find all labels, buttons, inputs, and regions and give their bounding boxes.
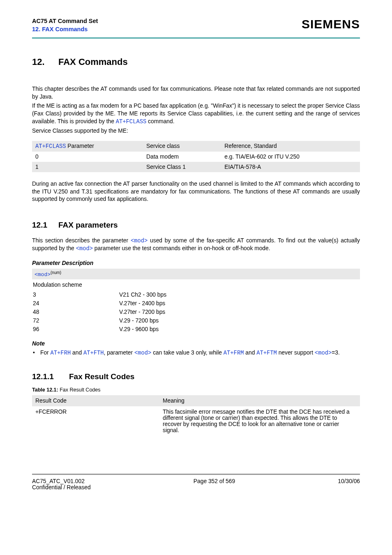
col-header-meaning: Meaning	[159, 395, 360, 406]
table-row: 3V21 Ch2 - 300 bps	[33, 290, 166, 299]
note-item: For AT+FRH and AT+FTH, parameter <mod> c…	[32, 349, 360, 357]
mod-link[interactable]: <mod>	[131, 238, 148, 244]
chapter-intro-2-post: command.	[146, 118, 174, 124]
subsection-heading: 12.1.1Fax Result Codes	[32, 372, 360, 381]
page-footer: AC75_ATC_V01.002 Confidential / Released…	[32, 478, 360, 491]
page-header: AC75 AT Command Set 12. FAX Commands SIE…	[32, 17, 360, 33]
atfclass-link[interactable]: AT+FCLASS	[116, 119, 147, 125]
table-row: 48V.27ter - 7200 bps	[33, 308, 166, 316]
atfrh-link[interactable]: AT+FRH	[51, 350, 71, 356]
doc-subtitle-link[interactable]: 12. FAX Commands	[32, 26, 88, 32]
modulation-scheme-title: Modulation scheme	[33, 282, 360, 288]
section-title: FAX parameters	[58, 221, 118, 229]
doc-subtitle: 12. FAX Commands	[32, 25, 98, 34]
footer-left: AC75_ATC_V01.002 Confidential / Released	[32, 478, 91, 491]
siemens-logo: SIEMENS	[302, 17, 360, 31]
section-number: 12.1	[32, 221, 58, 230]
table-row: +FCERROR This facsimile error message no…	[32, 406, 360, 436]
table-header-row: AT+FCLASS Parameter Service class Refere…	[32, 141, 360, 152]
subsection-number: 12.1.1	[32, 372, 69, 381]
chapter-outro: During an active fax connection the AT p…	[32, 180, 360, 203]
footer-right: 10/30/06	[338, 478, 360, 491]
chapter-heading: 12.FAX Commands	[32, 57, 360, 67]
chapter-number: 12.	[32, 57, 58, 67]
chapter-intro-1: This chapter describes the AT commands u…	[32, 85, 360, 101]
table-caption-label: Table 12.1:	[32, 387, 58, 393]
atfth-link[interactable]: AT+FTH	[83, 350, 104, 356]
col-header-param: AT+FCLASS Parameter	[32, 141, 143, 152]
atftm-link[interactable]: AT+FTM	[256, 350, 277, 356]
mod-link-4[interactable]: <mod>	[315, 350, 332, 356]
footer-doc-id: AC75_ATC_V01.002	[32, 478, 91, 484]
col-header-class: Service class	[143, 141, 221, 152]
note-head: Note	[32, 340, 360, 347]
table-row: 24V.27ter - 2400 bps	[33, 299, 166, 308]
atfclass-header-link[interactable]: AT+FCLASS	[35, 143, 66, 150]
table-header-row: Result Code Meaning	[32, 395, 360, 406]
note-list: For AT+FRH and AT+FTH, parameter <mod> c…	[32, 349, 360, 357]
parameter-description-head: Parameter Description	[32, 260, 360, 266]
footer-center: Page 352 of 569	[91, 478, 338, 491]
modulation-table: 3V21 Ch2 - 300 bps 24V.27ter - 2400 bps …	[33, 290, 166, 334]
service-classes-table: AT+FCLASS Parameter Service class Refere…	[32, 141, 360, 172]
service-classes-intro: Service Classes supported by the ME:	[32, 127, 360, 135]
mod-param-sup: (num)	[51, 270, 61, 275]
result-code-cell: +FCERROR	[32, 406, 159, 436]
result-meaning-cell: This facsimile error message notifies th…	[159, 406, 360, 436]
mod-link-2[interactable]: <mod>	[76, 246, 93, 252]
footer-confidentiality: Confidential / Released	[32, 484, 91, 491]
table-row: 0 Data modem e.g. TIA/EIA-602 or ITU V.2…	[32, 152, 360, 162]
atfrm-link[interactable]: AT+FRM	[224, 350, 244, 356]
section-intro: This section describes the parameter <mo…	[32, 237, 360, 253]
chapter-intro-2-pre: If the ME is acting as a fax modem for a…	[32, 103, 360, 124]
table-row: 96V.29 - 9600 bps	[33, 325, 166, 334]
table-row: 72V.29 - 7200 bps	[33, 316, 166, 325]
footer-divider	[32, 474, 360, 475]
header-left: AC75 AT Command Set 12. FAX Commands	[32, 17, 98, 33]
chapter-intro-2: If the ME is acting as a fax modem for a…	[32, 102, 360, 126]
mod-link-3[interactable]: <mod>	[134, 350, 151, 356]
mod-param-tag[interactable]: <mod>	[35, 272, 51, 278]
col-header-ref: Reference, Standard	[221, 141, 360, 152]
header-divider	[32, 37, 360, 39]
page: AC75 AT Command Set 12. FAX Commands SIE…	[0, 0, 392, 505]
col-header-result-code: Result Code	[32, 395, 159, 406]
section-heading: 12.1FAX parameters	[32, 221, 360, 230]
fax-result-codes-table: Result Code Meaning +FCERROR This facsim…	[32, 395, 360, 436]
mod-param-bar: <mod>(num)	[32, 269, 360, 279]
table-caption: Table 12.1: Fax Result Codes	[32, 387, 360, 393]
doc-title: AC75 AT Command Set	[32, 17, 98, 25]
subsection-title: Fax Result Codes	[69, 372, 134, 381]
chapter-title: FAX Commands	[58, 57, 128, 67]
table-row: 1 Service Class 1 EIA/TIA-578-A	[32, 162, 360, 172]
table-caption-text: Fax Result Codes	[58, 387, 101, 393]
